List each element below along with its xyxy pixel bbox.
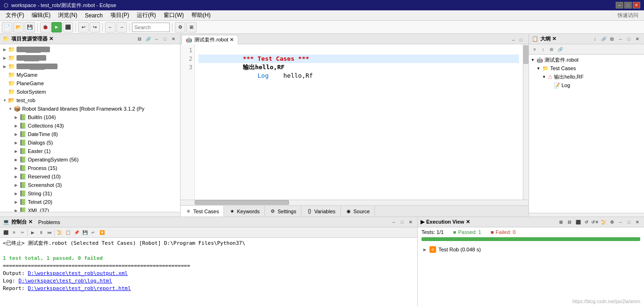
exec-minimize-icon[interactable]: ─ xyxy=(617,218,624,226)
exec-tb-rerun-failed[interactable]: ↺✕ xyxy=(591,218,599,226)
tree-item-testrob[interactable]: ▼ 📂 test_rob xyxy=(0,96,180,105)
console-tb-clear[interactable]: ✕ xyxy=(10,229,18,236)
tree-item-blurred1[interactable]: ▶ 📁 ████ xyxy=(0,45,180,54)
console-link-log[interactable]: D:\workspace\test_rob\log.html xyxy=(18,278,112,284)
minimize-panel-icon[interactable]: ─ xyxy=(153,35,160,43)
tree-item-robotlibs[interactable]: ▼ 📦 Robot Standard libraries [Robot Fram… xyxy=(0,105,180,113)
collapse-all-icon[interactable]: ⊟ xyxy=(136,35,143,43)
tree-item-telnet[interactable]: ▶ 📗 Telnet (20) xyxy=(0,198,180,206)
tree-item-dialogs[interactable]: ▶ 📗 Dialogs (5) xyxy=(0,138,180,147)
tree-item-solorsystem[interactable]: 📁 SolorSystem xyxy=(0,88,180,96)
bottom-tab-keywords[interactable]: ★ Keywords xyxy=(224,206,264,217)
console-tb-step[interactable]: ⏭ xyxy=(46,229,53,236)
project-panel-scrollbar[interactable] xyxy=(0,212,180,217)
exec-tb-stop[interactable]: ⬛ xyxy=(574,218,582,226)
console-link-report[interactable]: D:\workspace\test_rob\report.html xyxy=(28,285,131,291)
menu-window[interactable]: 窗口(W) xyxy=(160,10,188,20)
outline-collapse-icon[interactable]: ⊟ xyxy=(608,35,616,43)
outline-link-icon[interactable]: 🔗 xyxy=(600,35,607,43)
console-tb-save[interactable]: 💾 xyxy=(81,229,89,236)
minimize-editor-icon[interactable]: ─ xyxy=(510,36,517,44)
tree-item-screenshot[interactable]: ▶ 📗 Screenshot (3) xyxy=(0,181,180,189)
console-tb-stop[interactable]: ⬛ xyxy=(2,229,9,236)
exec-tb-expand[interactable]: ⊞ xyxy=(557,218,565,226)
toolbar-back[interactable]: ← xyxy=(105,22,116,32)
menu-project[interactable]: 项目(P) xyxy=(107,10,133,20)
tree-item-collections[interactable]: ▶ 📗 Collections (43) xyxy=(0,121,180,130)
outline-close-icon[interactable]: ✕ xyxy=(634,35,641,43)
tree-item-builtin[interactable]: ▶ 📗 BuiltIn (104) xyxy=(0,113,180,121)
toolbar-layout[interactable]: ⊞ xyxy=(186,22,197,32)
menu-file[interactable]: 文件(F) xyxy=(2,10,28,20)
console-tb-scroll[interactable]: 📜 xyxy=(56,229,63,236)
outline-scrollbar-h[interactable] xyxy=(529,213,644,217)
exec-tree-item-testrob[interactable]: ▶ R Test Rob (0.048 s) xyxy=(420,245,642,254)
menu-view[interactable]: 浏览(N) xyxy=(54,10,81,20)
console-tb-pause[interactable]: ⏸ xyxy=(37,229,45,236)
console-minimize-icon[interactable]: ─ xyxy=(390,218,397,226)
tree-item-xml[interactable]: ▶ 📗 XML (37) xyxy=(0,206,180,212)
toolbar-undo[interactable]: ↩ xyxy=(78,22,89,32)
toolbar-save[interactable]: 💾 xyxy=(25,22,35,32)
toolbar-new[interactable]: 📄 xyxy=(2,22,12,32)
menu-run[interactable]: 运行(R) xyxy=(133,10,160,20)
search-input[interactable] xyxy=(132,23,170,32)
tree-item-datetime[interactable]: ▶ 📗 DateTime (8) xyxy=(0,130,180,138)
maximize-editor-icon[interactable]: □ xyxy=(517,36,525,44)
tree-item-mygame[interactable]: 📁 MyGame xyxy=(0,71,180,79)
toolbar-debug[interactable]: 🐞 xyxy=(40,22,50,32)
exec-maximize-icon[interactable]: □ xyxy=(625,218,633,226)
console-tb-paste[interactable]: 📌 xyxy=(73,229,80,236)
close-panel-icon[interactable]: ✕ xyxy=(170,35,177,43)
code-area[interactable]: *** Test Cases *** 输出hello,RF Log hello,… xyxy=(195,44,523,200)
outline-minimize-icon[interactable]: ─ xyxy=(617,35,624,43)
editor-scrollbar-v[interactable] xyxy=(523,44,528,200)
bottom-tab-variables[interactable]: {} Variables xyxy=(301,206,340,217)
exec-tb-history[interactable]: 📜 xyxy=(600,218,607,226)
console-tb-copy[interactable]: 📋 xyxy=(64,229,72,236)
toolbar-redo[interactable]: ↪ xyxy=(90,22,100,32)
outline-item-robotfile[interactable]: ▼ 🤖 测试套件.robot xyxy=(529,56,644,64)
outline-item-log[interactable]: 📝 Log xyxy=(529,81,644,89)
editor-scrollbar-h[interactable] xyxy=(181,200,528,205)
toolbar-forward[interactable]: → xyxy=(116,22,127,32)
console-maximize-icon[interactable]: □ xyxy=(398,218,406,226)
minimize-button[interactable]: ─ xyxy=(616,2,623,8)
tree-item-process[interactable]: ▶ 📗 Process (15) xyxy=(0,164,180,172)
toolbar-stop[interactable]: ⬛ xyxy=(63,22,73,32)
tree-item-reserved[interactable]: ▶ 📗 Reserved (10) xyxy=(0,172,180,181)
exec-tb-settings[interactable]: ⚙ xyxy=(608,218,616,226)
menu-help[interactable]: 帮助(H) xyxy=(188,10,215,20)
editor-tab-testsuite[interactable]: 🤖 测试套件.robot ✕ xyxy=(182,35,238,44)
toolbar-run[interactable] xyxy=(51,22,62,32)
exec-tb-rerun[interactable]: ↺ xyxy=(583,218,590,226)
tree-item-planegame[interactable]: 📁 PlaneGame xyxy=(0,79,180,88)
toolbar-settings[interactable]: ⚙ xyxy=(175,22,185,32)
console-tb-clear2[interactable]: ✂ xyxy=(19,229,26,236)
maximize-panel-icon[interactable]: □ xyxy=(161,35,169,43)
outline-sort-icon[interactable]: ↕ xyxy=(591,35,599,43)
tree-item-blurred2[interactable]: ▶ 📁 ████ xyxy=(0,54,180,62)
exec-tb-collapse[interactable]: ⊟ xyxy=(566,218,573,226)
console-tb-run[interactable]: ▶ xyxy=(29,229,36,236)
outline-item-testcases[interactable]: ▼ 📁 Test Cases xyxy=(529,64,644,72)
bottom-tab-settings[interactable]: ⚙ Settings xyxy=(265,206,302,217)
close-button[interactable]: ✕ xyxy=(633,2,640,8)
bottom-tab-source[interactable]: ◉ Source xyxy=(341,206,375,217)
link-editor-icon[interactable]: 🔗 xyxy=(144,35,152,43)
bottom-tab-testcases[interactable]: ≡ Test Cases xyxy=(181,206,224,217)
outline-maximize-icon[interactable]: □ xyxy=(625,35,633,43)
tree-item-string[interactable]: ▶ 📗 String (31) xyxy=(0,189,180,198)
tree-item-easter[interactable]: ▶ 📗 Easter (1) xyxy=(0,147,180,155)
tree-item-blurred3[interactable]: ▶ 📁 ████ xyxy=(0,62,180,71)
problems-tab[interactable]: Problems xyxy=(38,219,60,225)
outline-item-hellorf[interactable]: ▼ ⚠ 输出hello,RF xyxy=(529,72,644,81)
tree-item-operatingsystem[interactable]: ▶ 📗 OperatingSystem (56) xyxy=(0,155,180,164)
maximize-button[interactable]: □ xyxy=(624,2,632,8)
outline-tb-btn4[interactable]: 🔗 xyxy=(556,46,564,53)
exec-close-icon[interactable]: ✕ xyxy=(634,218,641,226)
toolbar-open[interactable]: 📂 xyxy=(13,22,24,32)
console-tb-filter[interactable]: 🔽 xyxy=(98,229,106,236)
outline-tb-btn2[interactable]: ↕ xyxy=(539,46,547,53)
outline-tb-btn1[interactable]: ≡ xyxy=(531,46,538,53)
